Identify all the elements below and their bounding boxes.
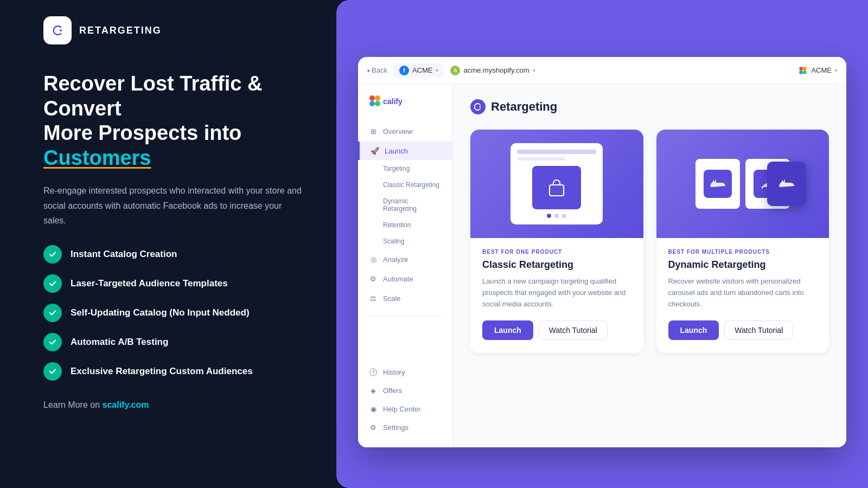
scalify-s-logo xyxy=(798,66,808,75)
app-icon xyxy=(43,16,72,44)
svg-rect-11 xyxy=(550,185,564,196)
feature-item: Self-Updating Catalog (No Input Nedded) xyxy=(43,304,304,322)
scalify-logo: calify xyxy=(358,95,452,121)
feature-text: Instant Catalog Creation xyxy=(71,249,177,260)
check-icon xyxy=(43,245,62,264)
sidebar-sub-targeting[interactable]: Targeting xyxy=(358,161,452,176)
right-account-selector[interactable]: ACME ▾ xyxy=(798,66,838,75)
sidebar-bottom: 🕐 History ◈ Offers ◉ Help Center ⚙ Setti… xyxy=(358,363,452,436)
sidebar-item-help[interactable]: ◉ Help Center xyxy=(358,400,452,418)
classic-card-image xyxy=(470,130,643,238)
classic-card-tag: BEST FOR ONE PRODUCT xyxy=(482,249,631,255)
svg-point-8 xyxy=(375,101,380,106)
classic-launch-button[interactable]: Launch xyxy=(482,320,533,340)
dynamic-card-desc: Recover website visitors with personaliz… xyxy=(668,276,818,310)
rocket-icon: 🚀 xyxy=(371,146,379,155)
scalify-link[interactable]: scalify.com xyxy=(103,400,149,409)
svg-point-10 xyxy=(480,106,481,108)
svg-text:calify: calify xyxy=(383,97,403,106)
left-panel: RETARGETING Recover Lost Traffic & Conve… xyxy=(0,0,347,488)
learn-more: Learn More on scalify.com xyxy=(43,400,304,410)
sidebar-sub-dynamic[interactable]: Dynamic Retargeting xyxy=(358,194,452,216)
back-chevron-icon: ◂ xyxy=(367,67,369,73)
check-icon xyxy=(43,333,62,351)
feature-list: Instant Catalog Creation Laser-Targeted … xyxy=(43,245,304,381)
svg-point-7 xyxy=(369,101,375,106)
gift-icon: ◈ xyxy=(369,386,378,395)
svg-point-1 xyxy=(800,67,803,70)
feature-item: Automatic A/B Testing xyxy=(43,333,304,351)
chevron-down-icon-3: ▾ xyxy=(835,68,838,73)
automate-icon: ⚙ xyxy=(369,274,378,283)
sidebar-item-automate[interactable]: ⚙ Automate xyxy=(358,269,452,288)
classic-card-actions: Launch Watch Tutorial xyxy=(482,320,631,340)
browser-sidebar: calify ⊞ Overview 🚀 Launch Targeting Cla… xyxy=(358,84,453,447)
feature-text: Exclusive Retargeting Custom Audiences xyxy=(71,366,253,377)
classic-card-body: BEST FOR ONE PRODUCT Classic Retargeting… xyxy=(470,238,643,353)
browser-toolbar: ◂ Back f ACME ▾ S acme.myshopify.com ▾ xyxy=(358,57,846,84)
sidebar-sub-scaling[interactable]: Scaling xyxy=(358,234,452,249)
retargeting-page-icon xyxy=(470,99,486,114)
chart-icon: ◎ xyxy=(369,255,378,264)
scalify-brand-logo: calify xyxy=(369,95,418,108)
sidebar-item-overview[interactable]: ⊞ Overview xyxy=(358,122,452,140)
facebook-icon: f xyxy=(399,66,409,75)
svg-point-3 xyxy=(800,70,803,74)
feature-item: Instant Catalog Creation xyxy=(43,245,304,264)
chevron-down-icon-2: ▾ xyxy=(533,68,535,73)
back-button[interactable]: ◂ Back xyxy=(367,66,387,74)
clock-icon: 🕐 xyxy=(369,368,378,376)
scale-icon: ⚖ xyxy=(369,294,378,303)
dynamic-card-tag: BEST FOR MULTIPLE PRODUCTS xyxy=(668,249,818,255)
sidebar-item-launch[interactable]: 🚀 Launch xyxy=(358,142,452,160)
dynamic-launch-button[interactable]: Launch xyxy=(668,320,719,340)
feature-text: Laser-Targeted Audience Templates xyxy=(71,278,228,289)
chevron-down-icon: ▾ xyxy=(436,68,438,73)
sidebar-divider xyxy=(369,315,442,316)
check-icon xyxy=(43,362,62,381)
dynamic-card-image xyxy=(656,130,829,238)
fb-account-selector[interactable]: f ACME ▾ xyxy=(394,63,444,78)
description: Re-engage interested prospects who inter… xyxy=(43,183,304,228)
sidebar-item-scale[interactable]: ⚖ Scale xyxy=(358,289,452,307)
dynamic-retargeting-card: BEST FOR MULTIPLE PRODUCTS Dynamic Retar… xyxy=(656,130,829,353)
page-title-row: Retargeting xyxy=(470,99,829,114)
help-icon: ◉ xyxy=(369,404,378,413)
check-icon xyxy=(43,304,62,322)
sidebar-sub-retention[interactable]: Retention xyxy=(358,217,452,233)
headline: Recover Lost Traffic & Convert More Pros… xyxy=(43,72,304,170)
page-title: Retargeting xyxy=(491,100,557,114)
dynamic-card-body: BEST FOR MULTIPLE PRODUCTS Dynamic Retar… xyxy=(656,238,829,353)
feature-text: Self-Updating Catalog (No Input Nedded) xyxy=(71,307,250,318)
svg-point-5 xyxy=(369,95,375,101)
classic-card-title: Classic Retargeting xyxy=(482,259,631,271)
feature-item: Exclusive Retargeting Custom Audiences xyxy=(43,362,304,381)
browser-window: ◂ Back f ACME ▾ S acme.myshopify.com ▾ xyxy=(358,57,846,447)
svg-point-6 xyxy=(375,95,380,101)
classic-card-desc: Launch a new campaign targeting qualifie… xyxy=(482,276,631,310)
sidebar-item-analyze[interactable]: ◎ Analyze xyxy=(358,250,452,268)
sidebar-item-offers[interactable]: ◈ Offers xyxy=(358,381,452,400)
dynamic-tutorial-button[interactable]: Watch Tutorial xyxy=(724,320,793,340)
app-logo: RETARGETING xyxy=(43,16,304,44)
app-name: RETARGETING xyxy=(79,25,162,36)
browser-main: Retargeting xyxy=(453,84,846,447)
classic-retargeting-card: BEST FOR ONE PRODUCT Classic Retargeting… xyxy=(470,130,643,353)
svg-point-2 xyxy=(803,67,807,70)
sidebar-sub-classic[interactable]: Classic Retargeting xyxy=(358,177,452,192)
svg-point-4 xyxy=(803,70,807,74)
browser-content: calify ⊞ Overview 🚀 Launch Targeting Cla… xyxy=(358,84,846,447)
svg-point-0 xyxy=(60,29,62,31)
settings-icon: ⚙ xyxy=(369,423,378,432)
shopify-icon: S xyxy=(450,66,460,75)
grid-icon: ⊞ xyxy=(369,127,378,136)
sidebar-item-settings[interactable]: ⚙ Settings xyxy=(358,418,452,436)
dynamic-card-title: Dynamic Retargeting xyxy=(668,259,818,271)
classic-tutorial-button[interactable]: Watch Tutorial xyxy=(539,320,608,340)
right-panel: ◂ Back f ACME ▾ S acme.myshopify.com ▾ xyxy=(336,0,868,488)
feature-item: Laser-Targeted Audience Templates xyxy=(43,274,304,293)
feature-text: Automatic A/B Testing xyxy=(71,337,168,348)
sidebar-item-history[interactable]: 🕐 History xyxy=(358,363,452,381)
shopify-account-selector[interactable]: S acme.myshopify.com ▾ xyxy=(450,66,535,75)
cards-row: BEST FOR ONE PRODUCT Classic Retargeting… xyxy=(470,130,829,353)
